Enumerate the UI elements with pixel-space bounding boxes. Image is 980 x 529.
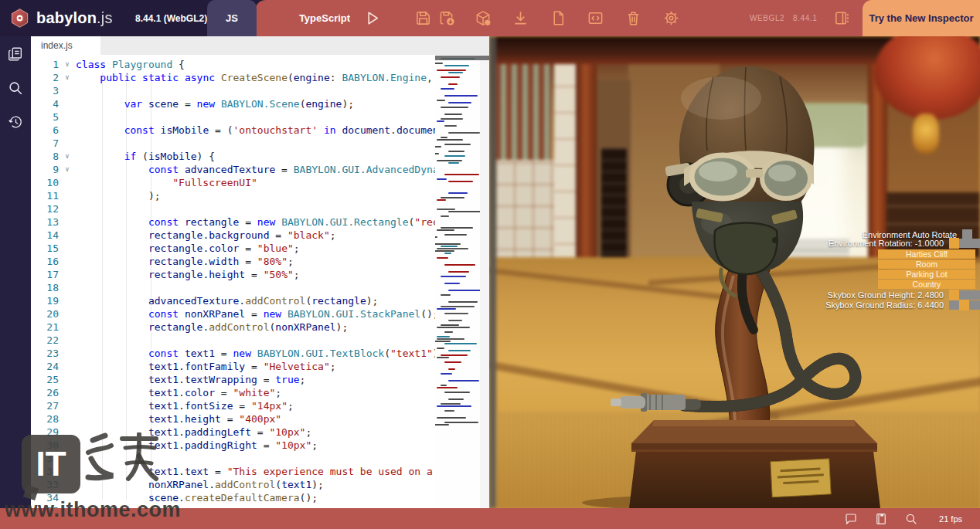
sidebar	[0, 36, 31, 508]
code-line[interactable]: 5	[31, 110, 435, 124]
fps-counter: 21 fps	[939, 514, 962, 524]
save-local-icon[interactable]	[438, 9, 456, 27]
ground-height-label: Skybox Ground Height: 2.4800	[828, 290, 944, 300]
code-line[interactable]: 28 text1.height = "400px"	[31, 412, 435, 426]
code-line[interactable]: 11 );	[31, 189, 435, 202]
code-line[interactable]: 14 rectangle.background = "black";	[31, 229, 435, 242]
code-line[interactable]: 26 text1.color = "white";	[31, 386, 435, 399]
code-line[interactable]: 17 rectangle.height = "50%";	[31, 268, 435, 281]
code-line[interactable]: 6 const isMobile = ('ontouchstart' in do…	[31, 124, 435, 137]
env-button[interactable]: Parking Lot	[878, 270, 975, 279]
env-button[interactable]: Room	[878, 259, 975, 269]
code-line[interactable]: 18	[31, 281, 435, 294]
code-line[interactable]: 23 const text1 = new BABYLON.GUI.TextBlo…	[31, 347, 435, 360]
code-line[interactable]: 12	[31, 202, 435, 215]
fold-chevron-icon[interactable]: ∨	[59, 163, 76, 176]
download-icon[interactable]	[512, 9, 529, 27]
titlebar: TypeScript	[0, 0, 980, 36]
code-line[interactable]: 33 nonXRPanel.addControl(text1);	[31, 478, 435, 491]
ground-radius-slider[interactable]	[949, 300, 980, 310]
code-line[interactable]: 2∨ public static async CreateScene(engin…	[31, 71, 435, 84]
code-line[interactable]: 15 rectangle.color = "blue";	[31, 242, 435, 255]
env-rotation-label: Environment Rotation: -1.0000	[829, 239, 944, 248]
code-line[interactable]: 21 rectangle.addControl(nonXRPanel);	[31, 320, 435, 334]
settings-icon[interactable]	[662, 9, 680, 27]
history-icon[interactable]	[7, 114, 24, 131]
search-icon[interactable]	[7, 80, 24, 97]
minimap-content	[435, 58, 480, 428]
render-canvas[interactable]: Environment Auto Rotate Environment Rota…	[489, 36, 980, 508]
fold-chevron-icon[interactable]: ∨	[59, 71, 76, 84]
babylon-playground-app: TypeScript	[0, 0, 980, 529]
code-line[interactable]: 31	[31, 452, 435, 465]
fold-chevron-icon[interactable]: ∨	[59, 150, 76, 163]
comment-icon[interactable]	[844, 512, 858, 526]
inspector-icon[interactable]	[833, 9, 851, 27]
version-label: 8.44.1 (WebGL2)	[135, 0, 207, 36]
editor-tabbar: index.js	[31, 36, 489, 55]
code-line[interactable]: 19 advancedTexture.addControl(rectangle)…	[31, 294, 435, 307]
code-snippet-icon[interactable]	[587, 9, 604, 27]
code-line[interactable]: 20 const nonXRPanel = new BABYLON.GUI.St…	[31, 307, 435, 320]
editor-scrollbar[interactable]	[480, 55, 489, 508]
ground-height-slider[interactable]	[949, 290, 980, 300]
code-line[interactable]: 4 var scene = new BABYLON.Scene(engine);	[31, 97, 435, 110]
code-line[interactable]: 9∨ const advancedTexture = BABYLON.GUI.A…	[31, 163, 435, 176]
code-line[interactable]: 16 rectangle.width = "80%";	[31, 255, 435, 268]
run-icon[interactable]	[363, 9, 381, 27]
docs-icon[interactable]	[874, 512, 888, 526]
env-button[interactable]: Country	[878, 280, 975, 289]
tab-js-label: JS	[226, 12, 238, 24]
code-editor: index.js 1∨class Playground {2∨ public s…	[31, 36, 489, 508]
statusbar: 21 fps	[0, 508, 980, 529]
code-line[interactable]: 10 "FullscreenUI"	[31, 176, 435, 189]
auto-rotate-label: Environment Auto Rotate	[863, 230, 957, 239]
code-lines: 1∨class Playground {2∨ public static asy…	[31, 58, 435, 508]
new-file-icon[interactable]	[550, 9, 567, 27]
delete-icon[interactable]	[624, 9, 642, 27]
code-line[interactable]: 27 text1.fontSize = "14px";	[31, 399, 435, 412]
babylon-logo-icon	[9, 8, 30, 29]
engine-version: 8.44.1	[793, 0, 817, 36]
code-line[interactable]: 13 const rectangle = new BABYLON.GUI.Rec…	[31, 215, 435, 229]
titlebar-red-section: TypeScript	[255, 0, 980, 36]
scene-overlay-gui: Environment Auto Rotate Environment Rota…	[489, 36, 980, 508]
code-line[interactable]: 34 scene.createDefaultCamera();	[31, 491, 435, 504]
try-new-inspector-button[interactable]: Try the New Inspector	[863, 0, 980, 36]
code-line[interactable]: 1∨class Playground {	[31, 58, 435, 71]
env-buttons: Harties CliffRoomParking LotCountry	[878, 249, 975, 290]
ground-radius-label: Skybox Ground Radius: 6.4400	[825, 300, 944, 310]
file-tab-indexjs[interactable]: index.js	[31, 36, 100, 55]
fold-chevron-icon[interactable]: ∨	[59, 58, 76, 71]
export-asset-icon[interactable]	[475, 9, 492, 27]
code-line[interactable]: 22	[31, 334, 435, 347]
code-line[interactable]: 24 text1.fontFamily = "Helvetica";	[31, 360, 435, 373]
tab-js[interactable]: JS	[207, 0, 257, 36]
save-icon[interactable]	[414, 9, 432, 27]
brand-name: babylon.js	[36, 9, 113, 27]
code-line[interactable]: 30 text1.paddingRight = "10px";	[31, 439, 435, 452]
code-line[interactable]: 3	[31, 84, 435, 97]
engine-label: WEBGL2	[750, 0, 784, 36]
env-rotation-slider[interactable]	[949, 239, 980, 248]
code-line[interactable]: 25 text1.textWrapping = true;	[31, 373, 435, 386]
zoom-icon[interactable]	[904, 512, 918, 526]
minimap[interactable]	[435, 55, 480, 508]
code-line[interactable]: 7	[31, 137, 435, 150]
minimap-slider[interactable]	[435, 56, 489, 60]
tab-typescript[interactable]: TypeScript	[278, 0, 371, 36]
examples-icon[interactable]	[7, 46, 24, 63]
code-area[interactable]: 1∨class Playground {2∨ public static asy…	[31, 55, 489, 508]
env-button[interactable]: Harties Cliff	[878, 249, 975, 259]
code-line[interactable]: 8∨ if (isMobile) {	[31, 150, 435, 163]
brand: babylon.js	[9, 0, 113, 36]
code-line[interactable]: 32 text1.text = "This experience must be…	[31, 465, 435, 478]
code-line[interactable]: 29 text1.paddingLeft = "10px";	[31, 426, 435, 439]
